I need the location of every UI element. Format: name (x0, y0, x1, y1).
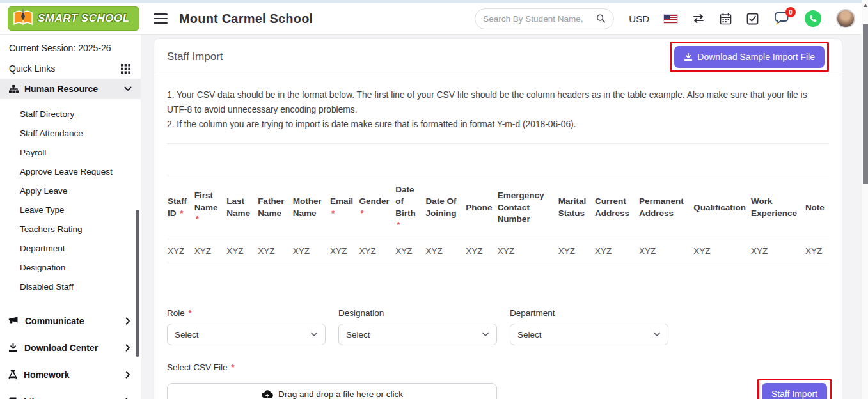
quick-links-label: Quick Links (9, 63, 55, 74)
chat-notification-badge: 0 (785, 7, 796, 17)
col-mother-name: Mother Name (292, 176, 329, 239)
sample-cell: XYZ (594, 239, 638, 263)
hamburger-menu-icon[interactable] (154, 13, 168, 24)
logo-area[interactable]: SMART SCHOOL (0, 6, 142, 31)
col-last-name: Last Name (226, 176, 257, 239)
page-scrollbar[interactable] (862, 0, 868, 399)
communicate-label: Communicate (25, 316, 84, 326)
sidebar-item-human-resource[interactable]: Human Resource (0, 79, 141, 99)
human-resource-submenu: Staff Directory Staff Attendance Payroll… (0, 99, 141, 299)
col-phone: Phone (465, 176, 496, 239)
megaphone-icon (8, 317, 19, 325)
whatsapp-icon[interactable] (805, 10, 821, 27)
col-father-name: Father Name (257, 176, 292, 239)
department-select[interactable]: Select (510, 324, 668, 345)
sidebar-item-approve-leave-request[interactable]: Approve Leave Request (0, 162, 141, 181)
instructions-divider (167, 143, 829, 144)
role-select[interactable]: Select (167, 324, 326, 345)
exchange-icon[interactable] (692, 13, 705, 24)
flask-icon (8, 370, 17, 379)
designation-select-value: Select (346, 330, 370, 340)
student-search (475, 8, 614, 29)
chevron-down-icon (653, 332, 661, 337)
required-marker: * (231, 363, 234, 372)
chevron-down-icon (482, 332, 489, 337)
current-session-label: Current Session: 2025-26 (0, 35, 141, 57)
col-first-name: First Name * (194, 176, 226, 239)
sitemap-icon (9, 85, 19, 93)
sidebar-item-library[interactable]: Library (0, 388, 141, 399)
sample-cell: XYZ (257, 239, 292, 263)
cloud-upload-icon (261, 389, 273, 398)
sample-cell: XYZ (465, 239, 496, 263)
quick-links-row: Quick Links (0, 57, 141, 79)
library-label: Library (24, 396, 54, 399)
sample-cell: XYZ (558, 239, 594, 263)
user-avatar[interactable] (836, 9, 855, 28)
col-qualification: Qualification (693, 176, 750, 239)
sidebar-item-homework[interactable]: Homework (0, 361, 141, 388)
card-header-divider (154, 75, 842, 75)
annotation-box-download: Download Sample Import File (670, 42, 829, 72)
col-note: Note (805, 176, 829, 239)
designation-select[interactable]: Select (338, 324, 497, 345)
scroll-up-arrow[interactable] (864, 4, 867, 7)
sidebar-item-download-center[interactable]: Download Center (0, 334, 141, 361)
sidebar-item-designation[interactable]: Designation (0, 258, 141, 277)
sidebar-sections: Communicate Download Center (0, 308, 141, 399)
staff-import-card: Staff Import Download Sample Import File (154, 38, 842, 399)
sidebar-item-payroll[interactable]: Payroll (0, 143, 141, 162)
csv-dropzone[interactable]: Drag and drop a file here or click (167, 383, 497, 399)
sample-cell: XYZ (329, 239, 358, 263)
sidebar-item-communicate[interactable]: Communicate (0, 308, 141, 334)
sidebar-item-disabled-staff[interactable]: Disabled Staff (0, 277, 141, 296)
sidebar-item-apply-leave[interactable]: Apply Leave (0, 181, 141, 200)
download-icon (8, 343, 18, 352)
chat-icon[interactable]: 0 (773, 12, 790, 26)
col-emergency-contact-number: Emergency Contact Number (497, 176, 558, 239)
download-sample-import-file-button[interactable]: Download Sample Import File (674, 46, 825, 68)
sidebar-item-staff-attendance[interactable]: Staff Attendance (0, 123, 141, 143)
staff-import-button[interactable]: Staff Import (762, 383, 827, 399)
sidebar-item-department[interactable]: Department (0, 239, 141, 258)
chevron-right-icon (125, 317, 130, 325)
required-marker: * (360, 208, 363, 218)
col-permanent-address: Permanent Address (638, 176, 693, 239)
search-icon[interactable] (596, 13, 606, 24)
instruction-line-2: 2. If the column you are trying to impor… (167, 118, 829, 132)
csv-file-label: Select CSV File * (167, 363, 829, 372)
designation-label: Designation (338, 308, 497, 318)
col-gender: Gender * (358, 176, 395, 239)
sample-cell: XYZ (226, 239, 257, 263)
page: SMART SCHOOL Mount Carmel School USD (0, 0, 868, 399)
smart-school-logo: SMART SCHOOL (8, 6, 139, 31)
task-check-icon[interactable] (746, 13, 759, 25)
table-header-row: Staff ID * First Name * Last Name Father… (167, 176, 829, 239)
sidebar-scrollbar-thumb[interactable] (136, 210, 139, 357)
col-staff-id: Staff ID * (167, 176, 194, 239)
search-input[interactable] (483, 14, 596, 24)
import-instructions: 1. Your CSV data should be in the format… (167, 88, 829, 132)
grid-icon[interactable] (121, 64, 130, 74)
download-button-label: Download Sample Import File (697, 52, 815, 62)
sample-cell: XYZ (805, 239, 829, 263)
homework-label: Homework (24, 370, 70, 380)
sample-cell: XYZ (358, 239, 395, 263)
header-actions: USD (475, 8, 868, 29)
calendar-icon[interactable] (720, 13, 732, 25)
required-marker: * (196, 214, 199, 224)
chevron-down-icon (310, 332, 318, 337)
sample-cell: XYZ (194, 239, 226, 263)
currency-selector[interactable]: USD (629, 13, 649, 24)
top-strip (0, 0, 868, 3)
sidebar-item-teachers-rating[interactable]: Teachers Rating (0, 219, 141, 239)
sample-cell: XYZ (292, 239, 329, 263)
sidebar-item-staff-directory[interactable]: Staff Directory (0, 104, 141, 123)
language-flag-icon[interactable] (664, 15, 677, 23)
role-group: Role * Select (167, 308, 326, 345)
required-marker: * (189, 308, 192, 318)
chevron-right-icon (125, 344, 130, 352)
sidebar-item-leave-type[interactable]: Leave Type (0, 200, 141, 219)
required-marker: * (180, 208, 183, 218)
page-scrollbar-thumb[interactable] (863, 24, 868, 184)
